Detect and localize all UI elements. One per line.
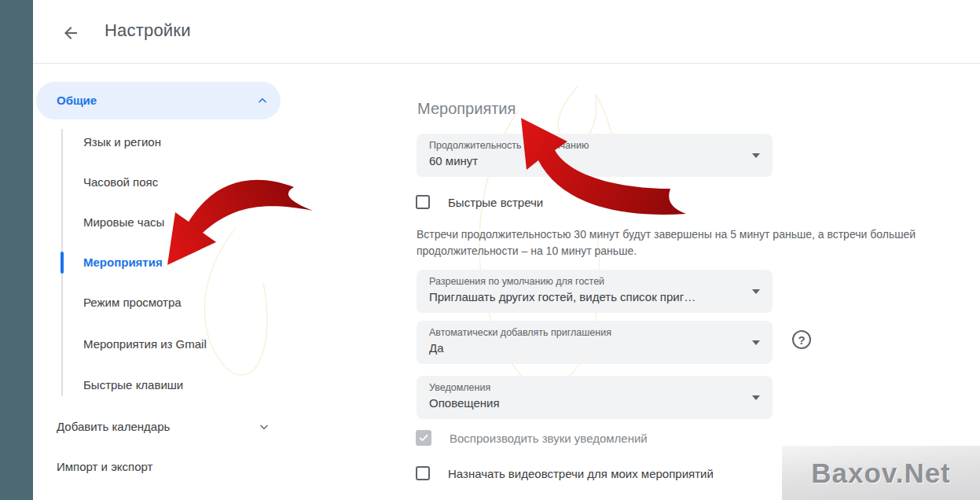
field-value: Да <box>429 341 444 355</box>
sidebar-item-keyboard-shortcuts[interactable]: Быстрые клавиши <box>83 372 183 399</box>
chevron-up-icon <box>257 95 268 106</box>
checkbox-label: Воспроизводить звуки уведомлений <box>450 432 648 445</box>
sidebar-item-label: Режим просмотра <box>83 296 182 309</box>
dropdown-auto-add-invitations[interactable]: Автоматически добавлять приглашения Да <box>417 321 773 364</box>
sidebar-section-label: Общие <box>57 82 97 119</box>
dropdown-caret-icon <box>752 289 760 294</box>
sidebar-item-view-options[interactable]: Режим просмотра <box>83 289 182 316</box>
sidebar-item-label: Мероприятия из Gmail <box>83 337 207 351</box>
field-value: Приглашать других гостей, видеть список … <box>429 290 696 303</box>
sidebar-item-label: Добавить календарь <box>57 420 170 433</box>
field-label: Автоматически добавлять приглашения <box>429 327 611 338</box>
field-label: Разрешения по умолчанию для гостей <box>429 276 604 287</box>
left-edge-strip <box>0 0 33 500</box>
field-value: 60 минут <box>429 154 478 167</box>
sidebar-item-label: Быстрые клавиши <box>83 378 183 392</box>
sidebar-item-label: Часовой пояс <box>83 175 158 189</box>
settings-screen: Настройки Общие Язык и регион Часовой по… <box>0 0 980 500</box>
field-label: Уведомления <box>429 382 490 393</box>
back-arrow-icon <box>61 24 80 42</box>
chevron-down-icon <box>259 421 270 432</box>
dropdown-caret-icon <box>752 153 760 158</box>
sidebar-item-label: Язык и регион <box>83 135 161 149</box>
checkbox-unchecked-icon[interactable] <box>416 195 430 209</box>
help-glyph: ? <box>798 333 805 347</box>
watermark-text: Baxov.Net <box>811 458 951 489</box>
sidebar-item-label: Мировые часы <box>83 215 164 229</box>
sidebar-item-label: Импорт и экспорт <box>57 460 152 473</box>
checkbox-label: Быстрые встречи <box>448 196 543 209</box>
section-heading: Мероприятия <box>417 100 516 118</box>
sidebar-item-timezone[interactable]: Часовой пояс <box>83 169 158 196</box>
checkbox-notification-sounds[interactable]: Воспроизводить звуки уведомлений <box>416 430 648 446</box>
checkbox-label: Назначать видеовстречи для моих мероприя… <box>448 467 714 480</box>
checkbox-checked-icon <box>416 430 431 446</box>
sidebar-item-events[interactable]: Мероприятия <box>83 249 163 276</box>
sidebar-item-label: Мероприятия <box>83 256 163 269</box>
red-arrow-to-sidebar-events <box>167 180 313 265</box>
sidebar-item-language-region[interactable]: Язык и регион <box>83 129 161 156</box>
field-value: Оповещения <box>429 396 500 410</box>
sidebar-item-import-export[interactable]: Импорт и экспорт <box>57 454 281 480</box>
checkbox-unchecked-icon[interactable] <box>416 466 430 480</box>
sidebar-item-events-from-gmail[interactable]: Мероприятия из Gmail <box>83 331 207 358</box>
sidebar-item-add-calendar[interactable]: Добавить календарь <box>57 414 281 440</box>
page-title: Настройки <box>105 20 191 41</box>
sidebar-item-world-clock[interactable]: Мировые часы <box>83 209 164 236</box>
checkmark-icon <box>418 432 429 443</box>
header-divider <box>33 63 980 64</box>
watermark-panel: Baxov.Net <box>782 446 980 500</box>
dropdown-caret-icon <box>752 395 760 400</box>
selected-item-marker <box>61 252 64 274</box>
speedy-meetings-description: Встречи продолжительностью 30 минут буду… <box>417 226 978 259</box>
dropdown-caret-icon <box>752 340 760 345</box>
field-label: Продолжительность по умолчанию <box>429 140 589 151</box>
dropdown-default-duration[interactable]: Продолжительность по умолчанию 60 минут <box>417 134 773 177</box>
checkbox-add-video-calls[interactable]: Назначать видеовстречи для моих мероприя… <box>416 465 714 481</box>
sidebar-section-general[interactable]: Общие <box>36 82 281 119</box>
checkbox-speedy-meetings[interactable]: Быстрые встречи <box>416 194 543 210</box>
dropdown-guest-permissions[interactable]: Разрешения по умолчанию для гостей Пригл… <box>417 270 773 313</box>
help-icon[interactable]: ? <box>792 330 811 349</box>
dropdown-notifications[interactable]: Уведомления Оповещения <box>417 376 773 419</box>
back-button[interactable] <box>57 19 85 47</box>
